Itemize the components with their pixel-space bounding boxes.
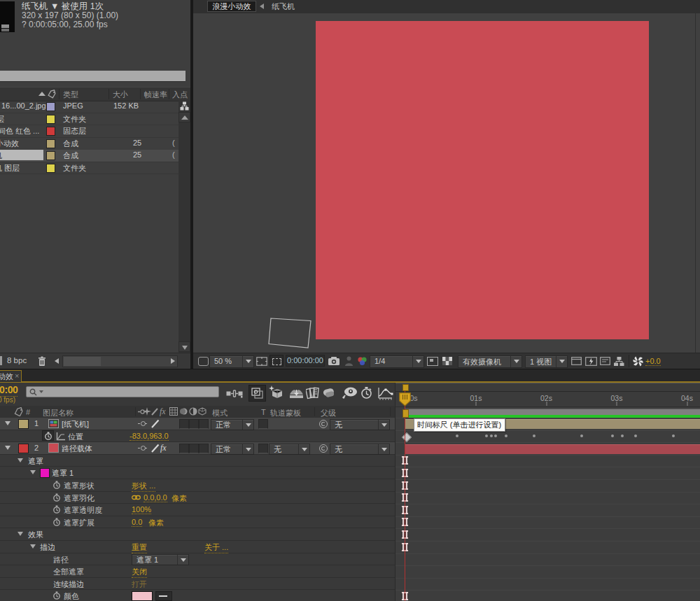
parent-dropdown[interactable]: 无 (330, 419, 390, 430)
property-row-mask-feather[interactable]: 遮罩羽化 0.0,0.0 像素 (0, 492, 395, 504)
composition-solid[interactable] (316, 21, 649, 339)
snapshot-camera-icon[interactable] (328, 356, 340, 366)
mask-expansion-value[interactable]: 0.0 (132, 518, 142, 527)
layer-wireframe[interactable] (268, 317, 313, 351)
effect-name[interactable]: 描边 (40, 542, 55, 553)
threed-column-icon[interactable] (198, 407, 206, 416)
layer2-duration-bar[interactable] (405, 444, 700, 454)
column-t[interactable]: T (261, 408, 266, 416)
adjustment-column-icon[interactable] (189, 407, 197, 416)
blend-mode-dropdown[interactable]: 正常 (211, 419, 254, 430)
blend-mode-dropdown[interactable]: 正常 (211, 444, 254, 455)
frame-blend-icon[interactable] (289, 388, 304, 399)
stopwatch-button[interactable] (42, 430, 54, 441)
roi-button[interactable] (270, 355, 284, 367)
nav-current-comp[interactable]: 浪漫小动效 (207, 1, 256, 12)
quality-switch-icon[interactable] (151, 444, 160, 453)
effect-about-link[interactable]: 关于 ... (204, 542, 228, 553)
stroke-color-swatch[interactable] (132, 591, 153, 601)
label-swatch[interactable] (46, 151, 55, 160)
property-row-color[interactable]: 颜色 (0, 590, 395, 601)
label-swatch[interactable] (46, 139, 55, 148)
column-type[interactable]: 类型 (63, 90, 78, 100)
property-name[interactable]: 遮罩透明度 (64, 505, 102, 516)
project-row-selected[interactable]: 机 合成 25 ( (0, 149, 178, 162)
path-dropdown[interactable]: 遮罩 1 (132, 554, 189, 565)
layer-label-chip[interactable] (18, 444, 29, 453)
keyframe-dot[interactable] (580, 434, 583, 437)
tab-close-icon[interactable]: × (15, 372, 19, 380)
time-ruler[interactable]: 0s01s02s03s04s (396, 392, 700, 407)
label-swatch[interactable] (46, 115, 55, 124)
layer-name[interactable]: [纸飞机] (62, 419, 89, 430)
quality-switch-icon[interactable] (151, 419, 160, 428)
property-row-sequential-stroke[interactable]: 连续描边 打开 (0, 578, 395, 591)
search-options-icon[interactable] (39, 390, 43, 393)
time-navigator-strip[interactable] (396, 383, 700, 393)
track-matte-dropdown[interactable]: 无 (269, 444, 310, 455)
property-row-mask-shape[interactable]: 遮罩形状 形状 ... (0, 479, 395, 492)
expand-icon[interactable] (18, 532, 23, 536)
expand-icon[interactable] (5, 421, 10, 425)
project-search-input[interactable] (0, 71, 186, 82)
mask-name[interactable]: 遮罩 1 (52, 468, 74, 479)
nav-parent-comp[interactable]: 纸飞机 (272, 1, 295, 12)
flowchart-icon[interactable] (180, 101, 189, 111)
trash-icon[interactable] (37, 356, 47, 367)
threed-switch[interactable] (199, 419, 209, 429)
layer-row-2[interactable]: 2 路径载体 fx 正常 无 (0, 442, 395, 455)
column-number[interactable]: # (26, 408, 30, 416)
auto-keyframe-icon[interactable] (360, 386, 372, 400)
track-matte-well[interactable] (258, 419, 268, 429)
motion-blur-switch[interactable] (189, 419, 199, 429)
exposure-value[interactable]: +0.0 (645, 357, 661, 366)
track-matte-well[interactable] (258, 444, 268, 453)
project-row[interactable]: 层 文件夹 (0, 113, 178, 125)
all-masks-value[interactable]: 关闭 (132, 567, 147, 578)
keyframe-dot[interactable] (490, 434, 493, 437)
mask-feather-value[interactable]: 0.0,0.0 (144, 493, 167, 502)
property-row-position[interactable]: 位置 -83.0,963.0 (0, 430, 395, 443)
safe-zones-icon[interactable] (256, 357, 267, 366)
column-parent[interactable]: 父级 (321, 408, 336, 418)
label-column-icon[interactable] (14, 407, 24, 416)
layer-name[interactable]: 路径载体 (62, 444, 92, 454)
project-hscrollbar[interactable] (62, 355, 178, 367)
stopwatch-icon[interactable] (52, 518, 61, 527)
stopwatch-icon[interactable] (52, 481, 61, 490)
project-row[interactable]: 机 图层 文件夹 (0, 162, 178, 174)
parent-pickwhip-icon[interactable] (319, 420, 328, 428)
effect-row-stroke[interactable]: 描边 重置 关于 ... (0, 541, 395, 553)
comp-flowchart-icon[interactable] (613, 356, 624, 367)
timeline-search-input[interactable] (26, 386, 219, 397)
stopwatch-icon[interactable] (52, 591, 61, 600)
mini-flowchart-icon[interactable] (226, 389, 243, 398)
timeline-tab[interactable]: 动效 × (0, 370, 22, 382)
column-size[interactable]: 大小 (113, 90, 128, 100)
position-value[interactable]: -83.0,963.0 (130, 432, 169, 441)
column-layer-name[interactable]: 图层名称 (43, 408, 74, 418)
link-dimensions-icon[interactable] (132, 495, 141, 500)
threed-switch[interactable] (199, 444, 209, 453)
project-row[interactable]: 小动效 合成 25 ( (0, 137, 178, 150)
composition-viewer[interactable] (193, 13, 700, 353)
property-row-mask-opacity[interactable]: 遮罩透明度 100% (0, 504, 395, 516)
column-inpoint[interactable]: 入点 (172, 90, 188, 100)
current-time-indicator-head[interactable] (399, 393, 411, 406)
fx-switch-icon[interactable]: fx (160, 443, 167, 453)
motion-blur-icon[interactable] (306, 386, 320, 400)
motion-blur-column-icon[interactable] (180, 407, 188, 416)
mask-shape-value[interactable]: 形状 ... (132, 481, 155, 492)
channels-icon[interactable] (357, 356, 368, 366)
brainstorm-pill-icon[interactable] (323, 388, 335, 398)
group-row-effects[interactable]: 效果 (0, 528, 395, 541)
shy-switch-icon[interactable] (138, 445, 148, 451)
always-preview-icon[interactable] (198, 357, 209, 366)
shy-switch-icon[interactable] (138, 420, 148, 427)
keyframe-dot[interactable] (621, 434, 624, 437)
stopwatch-icon[interactable] (52, 505, 61, 514)
camera-dropdown[interactable]: 有效摄像机 (458, 355, 522, 368)
label-swatch[interactable] (46, 102, 55, 111)
parent-dropdown[interactable]: 无 (330, 444, 390, 455)
fx-column-icon[interactable]: fx (160, 406, 166, 417)
